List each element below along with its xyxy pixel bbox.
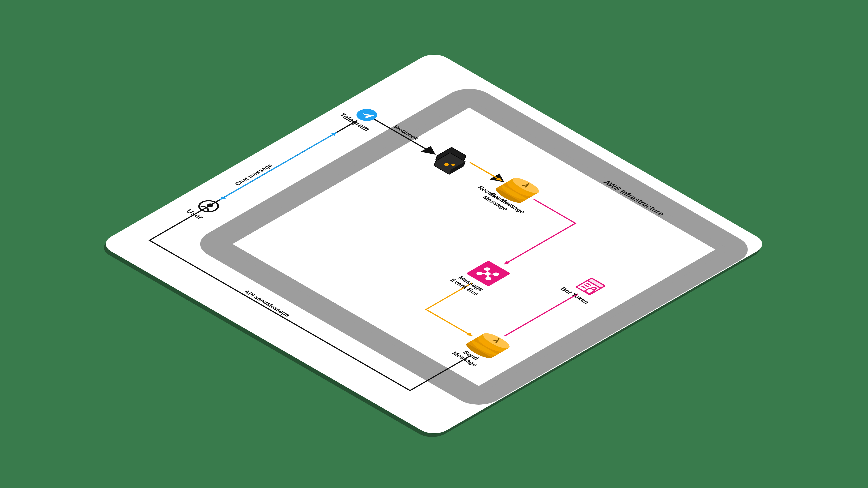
diagram-svg: AWS Infrastructure Webhook: [72, 29, 796, 459]
diagram-stage: AWS Infrastructure Webhook: [72, 29, 796, 459]
